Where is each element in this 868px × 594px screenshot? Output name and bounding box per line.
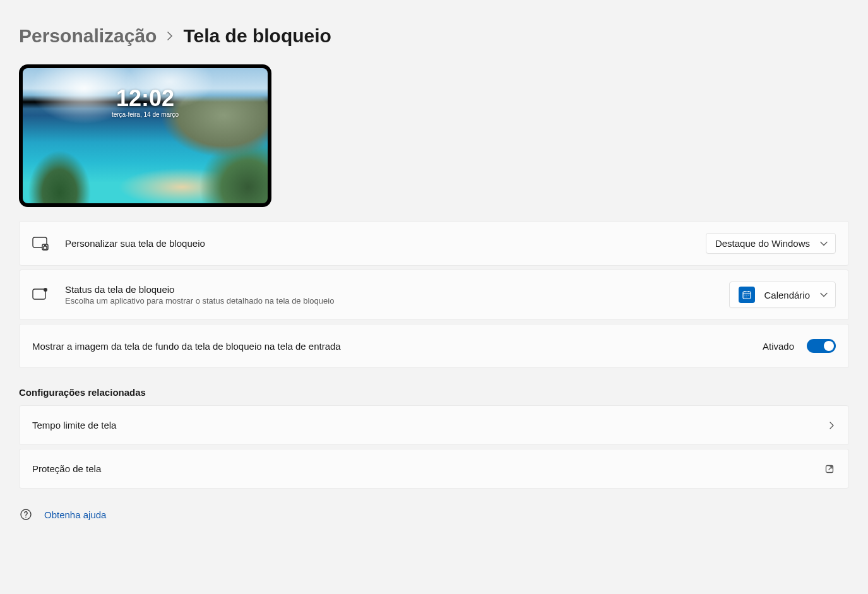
personalize-dropdown[interactable]: Destaque do Windows bbox=[706, 233, 836, 254]
help-row: Obtenha ajuda bbox=[19, 508, 849, 524]
svg-point-4 bbox=[44, 288, 47, 292]
svg-point-11 bbox=[749, 295, 749, 295]
setting-lock-screen-status[interactable]: Status da tela de bloqueio Escolha um ap… bbox=[19, 270, 849, 320]
breadcrumb: Personalização Tela de bloqueio bbox=[19, 25, 849, 47]
lock-screen-preview: 12:02 terça-feira, 14 de março bbox=[19, 64, 271, 207]
preview-time: 12:02 bbox=[116, 87, 174, 110]
setting-subtitle: Escolha um aplicativo para mostrar o sta… bbox=[65, 296, 713, 306]
related-settings-heading: Configurações relacionadas bbox=[19, 387, 849, 398]
setting-personalize-lock-screen[interactable]: Personalizar sua tela de bloqueio Destaq… bbox=[19, 221, 849, 266]
settings-list: Personalizar sua tela de bloqueio Destaq… bbox=[19, 221, 849, 368]
chevron-down-icon bbox=[820, 292, 828, 297]
related-settings-list: Tempo limite de telaProteção de tela bbox=[19, 405, 849, 489]
page-title: Tela de bloqueio bbox=[183, 25, 331, 47]
lock-screen-preview-image: 12:02 terça-feira, 14 de março bbox=[23, 68, 268, 203]
chevron-down-icon bbox=[820, 241, 828, 246]
breadcrumb-parent[interactable]: Personalização bbox=[19, 25, 157, 47]
dropdown-value: Calendário bbox=[764, 290, 810, 300]
svg-point-16 bbox=[25, 517, 26, 518]
svg-rect-3 bbox=[33, 289, 45, 299]
setting-title: Status da tela de bloqueio bbox=[65, 284, 713, 295]
related-link[interactable]: Tempo limite de tela bbox=[19, 405, 849, 445]
open-external-icon bbox=[824, 464, 835, 474]
signin-background-toggle[interactable] bbox=[807, 339, 836, 353]
setting-title: Mostrar a imagem da tela de fundo da tel… bbox=[32, 341, 746, 352]
lock-screen-icon bbox=[32, 235, 49, 252]
svg-point-10 bbox=[747, 295, 747, 295]
setting-signin-background[interactable]: Mostrar a imagem da tela de fundo da tel… bbox=[19, 324, 849, 368]
svg-point-9 bbox=[745, 295, 746, 295]
status-app-dropdown[interactable]: Calendário bbox=[729, 282, 836, 308]
calendar-icon bbox=[739, 287, 755, 303]
chevron-right-icon bbox=[167, 31, 173, 41]
related-link-label: Tempo limite de tela bbox=[32, 420, 116, 431]
toggle-state-label: Ativado bbox=[763, 341, 794, 352]
get-help-link[interactable]: Obtenha ajuda bbox=[44, 509, 106, 520]
related-link-external[interactable]: Proteção de tela bbox=[19, 449, 849, 489]
status-app-icon bbox=[32, 287, 49, 303]
dropdown-value: Destaque do Windows bbox=[715, 238, 810, 249]
chevron-right-icon bbox=[829, 421, 835, 430]
setting-title: Personalizar sua tela de bloqueio bbox=[65, 238, 689, 249]
related-link-label: Proteção de tela bbox=[32, 463, 101, 474]
svg-point-13 bbox=[747, 297, 747, 297]
help-icon bbox=[19, 508, 33, 521]
svg-point-12 bbox=[745, 297, 746, 297]
preview-date: terça-feira, 14 de março bbox=[112, 111, 179, 118]
